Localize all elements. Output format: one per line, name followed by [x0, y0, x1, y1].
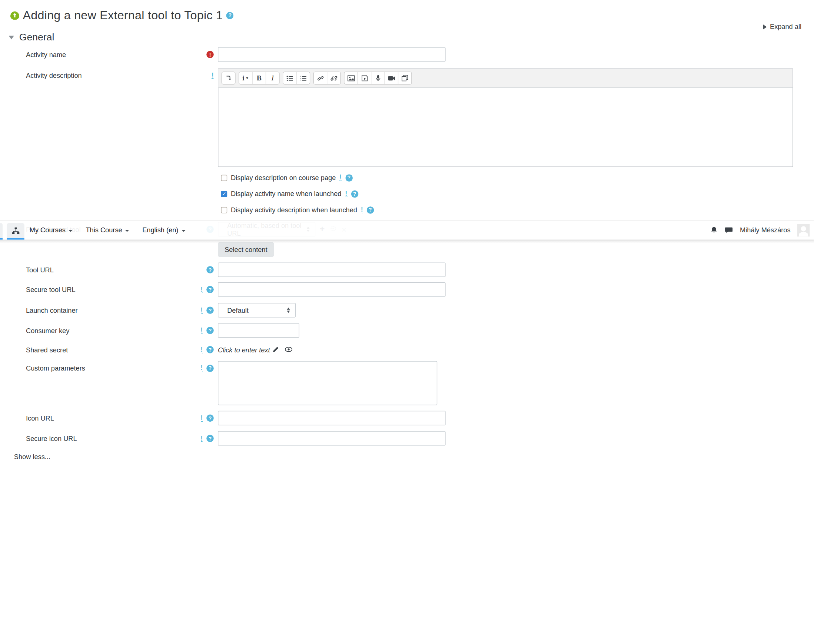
help-icon[interactable]: ?	[206, 286, 214, 293]
secure-tool-url-input[interactable]	[218, 282, 446, 297]
select-arrows-icon	[287, 308, 290, 313]
secure-icon-url-input[interactable]	[218, 431, 446, 445]
section-general[interactable]: General	[9, 32, 814, 43]
advanced-icon: !	[201, 307, 203, 313]
show-less-link[interactable]: Show less...	[14, 453, 814, 460]
help-icon[interactable]: ?	[206, 327, 214, 334]
required-icon: !	[206, 51, 214, 58]
editor-toolbar: i▼ B I	[218, 69, 793, 87]
media-icon[interactable]	[357, 72, 371, 84]
display-description-row: Display description on course page ! ?	[221, 174, 814, 182]
record-audio-icon[interactable]	[371, 72, 384, 84]
consumer-key-row: Consumer key !?	[0, 323, 814, 337]
rich-text-editor: i▼ B I	[218, 69, 793, 167]
display-description-checkbox[interactable]	[221, 175, 227, 181]
navbar-right: Mihály Mészáros	[710, 224, 814, 236]
icon-url-input[interactable]	[218, 411, 446, 425]
italic-icon[interactable]: I	[266, 72, 279, 84]
help-icon[interactable]: ?	[206, 266, 214, 273]
shared-secret-label: Shared secret	[26, 346, 68, 354]
activity-description-row: Activity description ! i▼ B I	[0, 69, 814, 167]
select-content-row: Select content	[0, 242, 814, 257]
advanced-icon: !	[201, 327, 203, 334]
secure-icon-url-row: Secure icon URL !?	[0, 431, 814, 445]
activity-name-input[interactable]	[218, 47, 446, 61]
messages-icon[interactable]	[725, 226, 733, 234]
display-activity-name-row: ✓ Display activity name when launched ! …	[221, 190, 814, 198]
advanced-icon: !	[201, 286, 203, 293]
advanced-icon: !	[212, 72, 214, 79]
checkbox-label: Display activity name when launched	[231, 190, 341, 198]
activity-name-label: Activity name	[26, 51, 66, 58]
unlink-icon[interactable]	[327, 72, 340, 84]
launch-container-row: Launch container !? Default	[0, 303, 814, 317]
bell-icon[interactable]	[710, 226, 718, 234]
icon-url-row: Icon URL !?	[0, 411, 814, 425]
display-activity-name-checkbox[interactable]: ✓	[221, 191, 227, 197]
page-title: Adding a new External tool to Topic 1	[23, 8, 223, 22]
launch-container-label: Launch container	[26, 307, 78, 314]
record-video-icon[interactable]	[384, 72, 397, 84]
shared-secret-value: Click to enter text	[218, 346, 270, 354]
chevron-down-icon	[69, 230, 73, 232]
external-tool-icon	[11, 11, 19, 19]
display-activity-description-row: Display activity description when launch…	[221, 206, 814, 214]
icon-url-label: Icon URL	[26, 414, 54, 422]
user-name[interactable]: Mihály Mészáros	[740, 226, 791, 234]
nav-menu-language[interactable]: English (en)	[142, 226, 185, 234]
help-icon[interactable]: ?	[226, 12, 234, 19]
chevron-down-icon	[125, 230, 129, 232]
activity-description-label: Activity description	[26, 72, 82, 79]
select-content-button[interactable]: Select content	[218, 242, 274, 257]
avatar[interactable]	[797, 224, 810, 236]
nav-menu-label: My Courses	[30, 226, 66, 234]
bold-icon[interactable]: B	[252, 72, 265, 84]
checkbox-label: Display description on course page	[231, 174, 336, 182]
paragraph-styles-icon[interactable]: i▼	[239, 72, 252, 84]
image-icon[interactable]	[345, 72, 357, 84]
editor-content[interactable]	[218, 88, 793, 167]
link-icon[interactable]	[314, 72, 327, 84]
pencil-icon[interactable]	[273, 347, 279, 353]
expand-all-label: Expand all	[770, 23, 802, 31]
help-icon[interactable]: ?	[206, 346, 214, 354]
help-icon[interactable]: ?	[206, 365, 214, 372]
nav-tab-site[interactable]	[7, 223, 25, 240]
tool-url-input[interactable]	[218, 262, 446, 277]
custom-parameters-label: Custom parameters	[26, 364, 85, 372]
advanced-icon: !	[201, 347, 203, 353]
sitemap-icon	[12, 227, 20, 235]
tool-url-label: Tool URL	[26, 266, 54, 274]
nav-menu-my-courses[interactable]: My Courses	[30, 226, 73, 234]
custom-parameters-row: Custom parameters !?	[0, 361, 814, 405]
ordered-list-icon[interactable]	[296, 72, 310, 84]
expand-all-link[interactable]: Expand all	[763, 23, 802, 31]
consumer-key-input[interactable]	[218, 323, 299, 337]
manage-files-icon[interactable]	[398, 72, 411, 84]
custom-parameters-textarea[interactable]	[218, 361, 437, 405]
eye-icon[interactable]	[285, 345, 293, 354]
launch-container-select[interactable]: Default	[218, 303, 296, 317]
help-icon[interactable]: ?	[367, 206, 374, 214]
nav-menu-label: English (en)	[142, 226, 178, 234]
secure-tool-url-row: Secure tool URL !?	[0, 282, 814, 297]
help-icon[interactable]: ?	[345, 174, 353, 182]
advanced-icon: !	[201, 365, 203, 371]
nav-tab-partial[interactable]	[0, 223, 3, 240]
nav-menu-this-course[interactable]: This Course	[86, 226, 130, 234]
tool-url-row: Tool URL ?	[0, 262, 814, 277]
help-icon[interactable]: ?	[206, 435, 214, 442]
help-icon[interactable]: ?	[206, 307, 214, 314]
shared-secret-edit-link[interactable]: Click to enter text	[218, 346, 279, 354]
help-icon[interactable]: ?	[206, 415, 214, 422]
unordered-list-icon[interactable]	[283, 72, 296, 84]
advanced-icon: !	[201, 435, 203, 442]
advanced-icon: !	[345, 190, 347, 197]
chevron-down-icon	[9, 35, 14, 39]
help-icon[interactable]: ?	[351, 190, 358, 198]
chevron-down-icon	[182, 230, 185, 232]
secure-tool-url-label: Secure tool URL	[26, 286, 75, 293]
section-general-heading: General	[19, 32, 54, 43]
collapse-toolbar-icon[interactable]	[222, 72, 235, 84]
display-activity-description-checkbox[interactable]	[221, 207, 227, 213]
